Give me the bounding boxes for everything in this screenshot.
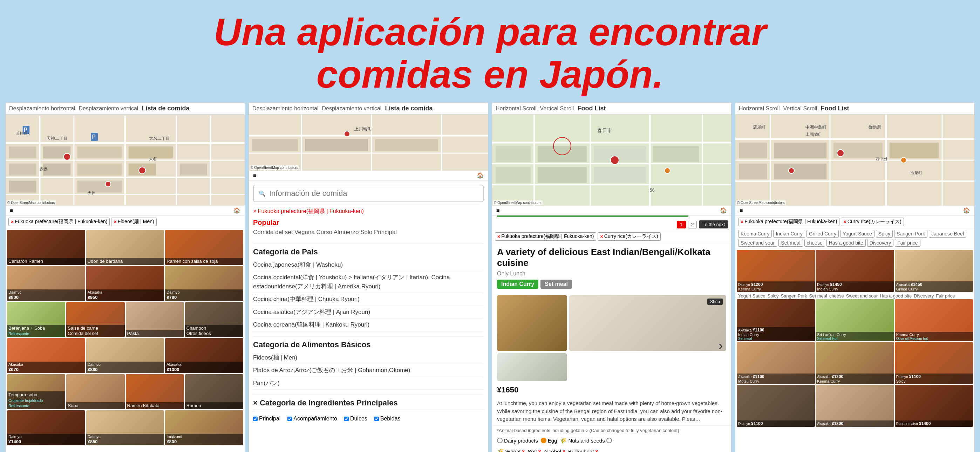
tag-cheese[interactable]: cheese <box>804 239 825 247</box>
panel3-map[interactable]: 春日市 56 © OpenStreetMap contributors <box>492 115 731 206</box>
home-icon-1[interactable]: 🏠 <box>234 207 240 214</box>
panel2-label1[interactable]: Desplazamiento horizontal <box>252 105 318 112</box>
to-next-button[interactable]: To the next <box>699 220 728 228</box>
panel2-active-filter[interactable]: × Fukuoka prefecture(福岡県 | Fukuoka-ken) <box>249 206 488 216</box>
cat-item-fideos[interactable]: Fideos(麺 | Men) <box>253 352 484 364</box>
panel2-label2[interactable]: Desplazamiento vertical <box>322 105 382 112</box>
food4-indian-1450[interactable]: Daimyo ¥1450 Indian Curry <box>816 250 894 292</box>
food-item-pasta[interactable]: Pasta <box>126 302 184 337</box>
food-item-tempura[interactable]: Tempura soba Crujiente hojaldrado Refres… <box>7 374 65 409</box>
filter-tag-fideos[interactable]: × Fideos(麺 | Men) <box>111 218 156 226</box>
tag-japanese-beef[interactable]: Japanese Beef <box>929 230 966 237</box>
next-arrow[interactable]: › <box>719 339 723 353</box>
tag-keema[interactable]: Keema Curry <box>738 230 772 237</box>
tag-indian[interactable]: Indian Curry <box>773 230 805 237</box>
food4-indian-1100[interactable]: Akasaka ¥1100 Indian Curry Set meal <box>737 299 815 341</box>
food4-keema-1200b[interactable]: Akasaka ¥1200 Keema Curry <box>816 342 894 384</box>
tag-set-meal[interactable]: Set meal <box>541 280 572 289</box>
filter-tag-fukuoka-3[interactable]: × Fukuoka prefecture(福岡県 | Fukuoka-ken) <box>495 232 596 241</box>
cat-item-korean[interactable]: Cocina coreana(韓国料理 | Kankoku Ryouri) <box>253 318 484 331</box>
tag-sweet-sour[interactable]: Sweet and sour <box>738 239 777 247</box>
food-item-udon[interactable]: Daimyo ¥900 <box>7 266 85 301</box>
food-item-akasaka-670[interactable]: Akasaka ¥670 <box>7 338 85 373</box>
filter-tag-curry-4[interactable]: × Curry rice(カレーライス) <box>841 218 904 226</box>
food-item-camaron[interactable]: Camarón Ramen <box>7 230 85 265</box>
cat-item-japanese[interactable]: Cocina japonesa(和食 | Washoku) <box>253 259 484 272</box>
food-item-daimyo-1400[interactable]: Daimyo ¥1400 <box>7 410 85 446</box>
cat-item-asian[interactable]: Cocina asiática(アジアン料理 | Ajian Ryouri) <box>253 306 484 319</box>
home-icon-3[interactable]: 🏠 <box>720 207 727 214</box>
tag-grilled[interactable]: Grilled Curry <box>807 230 839 237</box>
menu-icon-4[interactable]: ≡ <box>740 207 743 214</box>
panel4-map[interactable]: 店屋町 中洲中島町 御供所 上川端町 西中洲 冷泉町 © OpenStreetM… <box>735 115 974 206</box>
food4-keema-olive[interactable]: Keema Curry Olive oil Medium hot <box>895 299 973 341</box>
panel4-food-grid[interactable]: Daimyo ¥1200 Keema Curry Daimyo ¥1450 In… <box>735 248 974 452</box>
tag-good-bite[interactable]: Has a good bite <box>826 239 866 247</box>
food-item-daimyo-880[interactable]: Daimyo ¥880 <box>86 338 164 373</box>
cat-item-pan[interactable]: Pan(パン) <box>253 377 484 390</box>
tag-sangen[interactable]: Sangen Pork <box>894 230 928 237</box>
food-item-salsa-carne[interactable]: Salsa de carne Comida del set <box>66 302 124 337</box>
panel3-label2[interactable]: Vertical Scroll <box>540 105 574 112</box>
food-item-soba[interactable]: Soba <box>66 374 124 409</box>
checkbox-acompanamiento[interactable]: Acompañamiento <box>287 415 337 422</box>
panel3-label3[interactable]: Food List <box>577 105 606 112</box>
menu-icon-2[interactable]: ≡ <box>253 172 256 179</box>
menu-icon-3[interactable]: ≡ <box>496 207 500 214</box>
tag-indian-curry[interactable]: Indian Curry <box>497 280 538 289</box>
food4-daimyo-1100[interactable]: Daimyo ¥1100 <box>737 385 815 427</box>
food4-akasaka-1300[interactable]: Akasaka ¥1300 <box>816 385 894 427</box>
page-btn-1[interactable]: 1 <box>677 221 686 228</box>
panel1-label1[interactable]: Desplazamiento horizontal <box>9 105 75 112</box>
checkbox-dulces[interactable]: Dulces <box>344 415 368 422</box>
food4-ropponmatsu-1400[interactable]: Ropponmatsu ¥1400 <box>895 385 973 427</box>
food-photo-3[interactable] <box>569 295 726 351</box>
menu-icon-1[interactable]: ≡ <box>10 207 13 214</box>
food-item-ramen[interactable]: Ramen <box>185 374 243 409</box>
page-btn-2[interactable]: 2 <box>688 221 697 228</box>
panel1-map[interactable]: P P 天神二丁目 大名二丁目 若楠通り 大名 赤坂 天神 © OpenStre… <box>6 115 245 206</box>
popular-items[interactable]: Comida del set Vegana Curso Almuerzo Sol… <box>253 228 484 237</box>
cat-item-western[interactable]: Cocina occidental(洋食 | Youshoku) > Itali… <box>253 271 484 293</box>
checkbox-bebidas[interactable]: Bebidas <box>374 415 401 422</box>
checkbox-principal[interactable]: Principal <box>253 415 280 422</box>
home-icon-2[interactable]: 🏠 <box>477 172 484 179</box>
food-item-ramen-kitakata[interactable]: Ramen Kitakata <box>126 374 184 409</box>
filter-tag-curry-3[interactable]: × Curry rice(カレーライス) <box>598 232 660 241</box>
cat-item-arroz[interactable]: Platos de Arroz,Arroz(ご飯もの・お米 | Gohanmon… <box>253 364 484 377</box>
food4-grilled-1450[interactable]: Akasaka ¥1450 Grilled Curry <box>895 250 973 292</box>
search-input[interactable] <box>269 189 478 198</box>
filter-tag-fukuoka-1[interactable]: × Fukuoka prefecture(福岡県 | Fukuoka-ken) <box>8 218 110 226</box>
tag-spicy[interactable]: Spicy <box>876 230 893 237</box>
panel2-map[interactable]: 上川端町 © OpenStreetMap contributors <box>249 115 488 170</box>
panel3-label1[interactable]: Horizontal Scroll <box>496 105 536 112</box>
food-item-ramen-soja[interactable]: Ramen con salsa de soja <box>165 230 243 265</box>
search-box[interactable]: 🔍 <box>253 185 484 202</box>
food-item-udon-bardana[interactable]: Udon de bardana <box>86 230 164 265</box>
cat-item-chinese[interactable]: Cocina china(中華料理 | Chuuka Ryouri) <box>253 293 484 306</box>
food4-spicy-1100[interactable]: Daimyo ¥1100 Spicy <box>895 342 973 384</box>
food-photo-2[interactable] <box>497 353 567 381</box>
tag-discovery[interactable]: Discovery <box>867 239 893 247</box>
food4-motsu-1100[interactable]: Akasaka ¥1100 Motsu Curry <box>737 342 815 384</box>
home-icon-4[interactable]: 🏠 <box>963 207 970 214</box>
panel1-food-grid[interactable]: Camarón Ramen Udon de bardana Ramen con … <box>6 228 245 452</box>
panel4-label1[interactable]: Horizontal Scroll <box>739 105 780 112</box>
food-item-berenjena[interactable]: Berenjena + Soba Refrescante <box>7 302 65 337</box>
food4-keema-1200[interactable]: Daimyo ¥1200 Keema Curry <box>737 250 815 292</box>
tag-fair-price[interactable]: Fair price <box>895 239 920 247</box>
food-item-imaizumi-800[interactable]: Imaizumi ¥800 <box>165 410 243 446</box>
panel4-label2[interactable]: Vertical Scroll <box>783 105 817 112</box>
tag-set-meal-4[interactable]: Set meal <box>778 239 803 247</box>
food-item-daimyo-850[interactable]: Daimyo ¥850 <box>86 410 164 446</box>
food-item-akasaka-1000[interactable]: Akasaka ¥1000 <box>165 338 243 373</box>
panel1-label2[interactable]: Desplazamiento vertical <box>79 105 138 112</box>
panel1-label3[interactable]: Lista de comida <box>142 105 189 112</box>
food-photo-1[interactable] <box>497 295 567 351</box>
food4-srilanka[interactable]: Sri Lankan Curry Set meal Hot <box>816 299 894 341</box>
panel2-label3[interactable]: Lista de comida <box>385 105 433 112</box>
food-item-akasaka-950[interactable]: Akasaka ¥950 <box>86 266 164 301</box>
food-item-champon[interactable]: Champon Otros fideos <box>185 302 243 337</box>
panel4-label3[interactable]: Food List <box>821 105 849 112</box>
filter-tag-fukuoka-4[interactable]: × Fukuoka prefecture(福岡県 | Fukuoka-ken) <box>738 218 840 226</box>
